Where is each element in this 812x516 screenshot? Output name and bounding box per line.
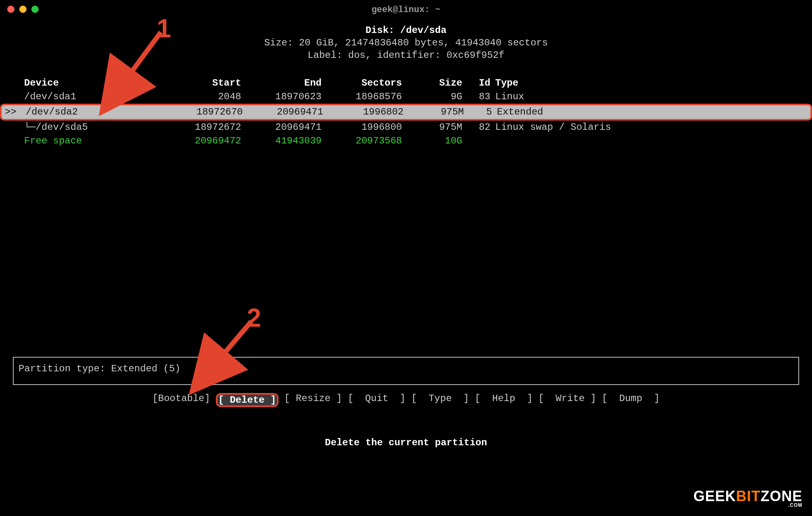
row-mark: >> — [2, 105, 26, 119]
row-size: 10G — [402, 134, 462, 148]
row-start: 20969472 — [161, 134, 241, 148]
watermark-b: BIT — [736, 488, 761, 504]
annotation-number-2: 2 — [247, 303, 261, 333]
row-device: └─/dev/sda5 — [24, 121, 117, 134]
menu-delete-button[interactable]: [ Delete ] — [216, 393, 279, 407]
row-device: /dev/sda2 — [26, 105, 118, 119]
row-end: 18970623 — [241, 90, 322, 104]
menu-dump-button[interactable]: [ Dump ] — [602, 393, 660, 407]
row-start: 2048 — [161, 90, 241, 104]
watermark-c: ZONE — [761, 488, 802, 504]
action-hint: Delete the current partition — [0, 437, 812, 448]
partition-row[interactable]: Free space20969472419430392097356810G — [0, 134, 812, 148]
col-start: Start — [161, 76, 241, 90]
menu-write-button[interactable]: [ Write ] — [538, 393, 596, 407]
col-device: Device — [24, 76, 117, 90]
row-start: 18972672 — [161, 121, 241, 134]
annotation-number-1: 1 — [157, 14, 171, 43]
row-end: 20969471 — [243, 105, 323, 119]
disk-header: Disk: /dev/sda Size: 20 GiB, 21474836480… — [0, 24, 812, 62]
disk-title: Disk: /dev/sda — [0, 24, 812, 37]
row-size: 9G — [402, 90, 462, 104]
row-device: Free space — [24, 134, 117, 148]
partition-table: Device Boot Start End Sectors Size Id Ty… — [0, 76, 812, 148]
row-id: 82 — [462, 121, 490, 134]
row-end: 41943039 — [241, 134, 322, 148]
row-type: Linux — [490, 90, 804, 104]
col-id: Id — [462, 76, 490, 90]
disk-label-line: Label: dos, identifier: 0xc69f952f — [0, 49, 812, 61]
row-sectors: 18968576 — [322, 90, 402, 104]
row-boot: * — [117, 90, 161, 104]
row-type: Extended — [492, 105, 802, 119]
col-type: Type — [490, 76, 804, 90]
partition-type-line: Partition type: Extended (5) — [18, 363, 180, 374]
row-size: 975M — [402, 121, 462, 134]
row-sectors: 20973568 — [322, 134, 402, 148]
col-boot: Boot — [117, 76, 161, 90]
row-end: 20969471 — [241, 121, 322, 134]
col-end: End — [241, 76, 322, 90]
row-type: Linux swap / Solaris — [490, 121, 804, 134]
row-id: 83 — [462, 90, 490, 104]
menu-help-button[interactable]: [ Help ] — [475, 393, 533, 407]
menu-bootable-button[interactable]: [Bootable] — [152, 393, 210, 407]
row-id: 5 — [464, 105, 492, 119]
col-size: Size — [402, 76, 462, 90]
disk-size-line: Size: 20 GiB, 21474836480 bytes, 4194304… — [0, 37, 812, 49]
watermark-a: GEEK — [693, 488, 736, 504]
partition-row[interactable]: └─/dev/sda518972672209694711996800975M82… — [0, 121, 812, 134]
partition-row[interactable]: /dev/sda1*204818970623189685769G83Linux — [0, 90, 812, 104]
menu-resize-button[interactable]: [ Resize ] — [284, 393, 342, 407]
row-sectors: 1996802 — [323, 105, 404, 119]
partition-row[interactable]: >>/dev/sda218972670209694711996802975M5E… — [0, 104, 812, 121]
row-device: /dev/sda1 — [24, 90, 117, 104]
menu-type-button[interactable]: [ Type ] — [411, 393, 469, 407]
col-sectors: Sectors — [322, 76, 402, 90]
row-start: 18972670 — [162, 105, 243, 119]
partition-info-box: Partition type: Extended (5) — [13, 357, 799, 385]
window-title: geek@linux: ~ — [0, 5, 812, 15]
partition-table-header: Device Boot Start End Sectors Size Id Ty… — [0, 76, 812, 90]
action-menu: [Bootable][ Delete ][ Resize ][ Quit ][ … — [0, 393, 812, 407]
menu-quit-button[interactable]: [ Quit ] — [348, 393, 406, 407]
watermark: GEEKBITZONE .COM — [693, 488, 802, 508]
row-size: 975M — [404, 105, 464, 119]
row-sectors: 1996800 — [322, 121, 402, 134]
